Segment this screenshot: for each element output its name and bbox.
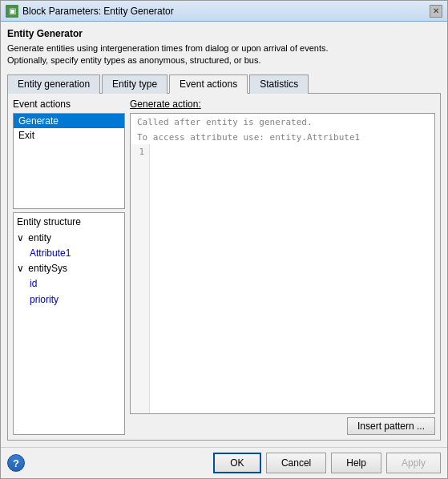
event-list: Generate Exit <box>13 113 125 209</box>
section-title: Entity Generator <box>7 28 441 39</box>
insert-pattern-row: Insert pattern ... <box>130 417 435 435</box>
event-list-item-exit[interactable]: Exit <box>14 128 124 143</box>
tree-node-id: id <box>17 276 121 292</box>
title-bar-left: ▣ Block Parameters: Entity Generator <box>6 5 174 18</box>
line-number-1: 1 <box>135 146 144 159</box>
line-numbers: 1 <box>131 144 150 413</box>
help-icon-label: ? <box>13 457 19 469</box>
bottom-bar: ? OK Cancel Help Apply <box>1 447 447 478</box>
close-button[interactable]: ✕ <box>430 5 442 18</box>
main-window: ▣ Block Parameters: Entity Generator ✕ E… <box>0 0 448 479</box>
tree-label-entitysys: entitySys <box>28 263 67 274</box>
entity-structure-panel: Entity structure ∨ entity Attribute1 ∨ <box>13 212 125 435</box>
tab-event-actions[interactable]: Event actions <box>169 74 248 94</box>
tab-entity-type[interactable]: Entity type <box>102 74 167 94</box>
tab-entity-generation[interactable]: Entity generation <box>7 74 100 94</box>
right-panel: Generate action: Called after entity is … <box>130 99 435 435</box>
tree-node-attribute1: Attribute1 <box>17 246 121 261</box>
code-input[interactable] <box>150 144 434 413</box>
inner-content: Event actions Generate Exit Entity struc… <box>13 99 435 435</box>
cancel-button[interactable]: Cancel <box>266 453 326 473</box>
code-area-container: Called after entity is generated. To acc… <box>130 113 435 414</box>
tree-label-priority: priority <box>30 294 59 305</box>
left-panel: Event actions Generate Exit Entity struc… <box>13 99 125 435</box>
tree-node-entity: ∨ entity <box>17 231 121 246</box>
bottom-buttons: OK Cancel Help Apply <box>213 453 441 473</box>
insert-pattern-button[interactable]: Insert pattern ... <box>347 417 435 435</box>
tree-label-entity: entity <box>28 232 51 244</box>
generate-action-label: Generate action: <box>130 99 435 110</box>
code-comment-1: Called after entity is generated. <box>131 114 434 129</box>
event-actions-label: Event actions <box>13 99 125 110</box>
event-list-item-generate[interactable]: Generate <box>14 114 124 128</box>
code-editor: 1 <box>131 144 434 413</box>
tree-label-id: id <box>30 278 37 289</box>
title-bar: ▣ Block Parameters: Entity Generator ✕ <box>1 1 447 22</box>
toggle-entitysys[interactable]: ∨ <box>17 261 24 276</box>
tab-bar: Entity generation Entity type Event acti… <box>7 74 441 94</box>
window-icon: ▣ <box>6 5 18 18</box>
help-button[interactable]: Help <box>331 453 381 473</box>
ok-button[interactable]: OK <box>213 453 261 473</box>
description: Generate entities using intergeneration … <box>7 42 441 67</box>
window-title: Block Parameters: Entity Generator <box>22 6 174 17</box>
help-icon-button[interactable]: ? <box>7 454 25 472</box>
tree-node-entitysys: ∨ entitySys <box>17 261 121 276</box>
tab-content: Event actions Generate Exit Entity struc… <box>7 94 441 441</box>
toggle-entity[interactable]: ∨ <box>17 231 24 246</box>
tab-statistics[interactable]: Statistics <box>249 74 309 94</box>
apply-button[interactable]: Apply <box>386 453 441 473</box>
tree: ∨ entity Attribute1 ∨ entitySys <box>17 231 121 308</box>
window-body: Entity Generator Generate entities using… <box>1 22 447 447</box>
code-comment-2: To access attribute use: entity.Attribut… <box>131 129 434 144</box>
tree-label-attribute1: Attribute1 <box>30 248 71 259</box>
entity-structure-title: Entity structure <box>17 216 121 227</box>
tree-node-priority: priority <box>17 292 121 308</box>
bottom-left: ? <box>7 454 25 472</box>
